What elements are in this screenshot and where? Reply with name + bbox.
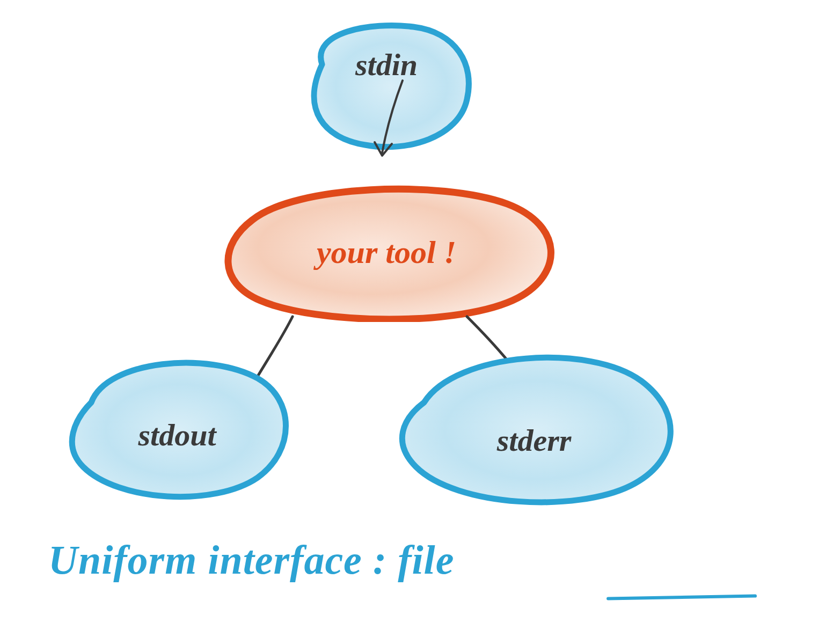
stdin-bubble-shape [295, 16, 478, 156]
caption-emphasis: file [398, 537, 454, 582]
stdin-node: stdin [295, 16, 478, 156]
stdin-label: stdin [355, 47, 418, 83]
stdout-label: stdout [138, 417, 216, 453]
caption-underline [607, 595, 757, 600]
stderr-label: stderr [497, 422, 572, 458]
stderr-node: stderr [386, 343, 682, 510]
diagram-caption: Uniform interface : file [48, 537, 454, 583]
unix-streams-diagram: stdin your tool ! [0, 0, 840, 630]
yourtool-label: your tool ! [317, 234, 456, 271]
caption-prefix: Uniform interface : [48, 537, 387, 582]
stdout-node: stdout [59, 349, 295, 504]
yourtool-node: your tool ! [209, 182, 564, 322]
